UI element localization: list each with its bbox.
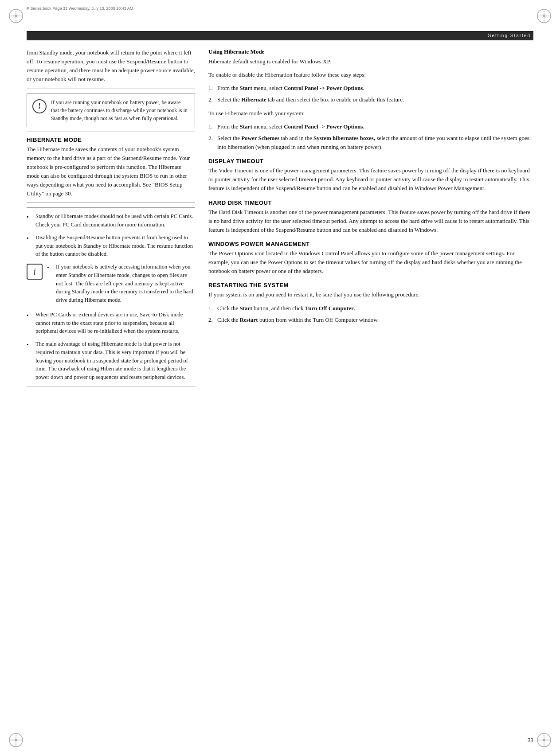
hard-disk-timeout-body: The Hard Disk Timeout is another one of … xyxy=(208,208,533,234)
divider-1 xyxy=(27,89,195,89)
bullet-sym-2: ▪ xyxy=(27,234,33,242)
bullet-content-1: Standby or Hibernate modes should not be… xyxy=(35,212,195,229)
warning-notice-text: If you are running your notebook on batt… xyxy=(51,98,189,122)
windows-power-body: The Power Options icon located in the Wi… xyxy=(208,249,533,276)
enable-step-2-num: 2. xyxy=(208,95,215,104)
content-area: Getting Started from Standby mode, your … xyxy=(27,31,533,725)
info-box: i ▪ If your notebook is actively accessi… xyxy=(27,263,195,308)
using-hibernate-enable-intro: To enable or disable the Hibernation fea… xyxy=(208,70,533,79)
restart-step-2-num: 2. xyxy=(208,316,215,324)
bullet-box: ▪ Standby or Hibernate modes should not … xyxy=(27,207,195,386)
restart-step-2: 2. Click the Restart button from within … xyxy=(208,316,533,324)
bullet-content-3: If your notebook is actively accessing i… xyxy=(56,263,195,304)
file-label: P Series.book Page 33 Wednesday, July 13… xyxy=(27,6,133,11)
bullet-item-4: ▪ When PC Cards or external devices are … xyxy=(27,311,195,335)
bullet-sym-1: ▪ xyxy=(27,213,33,221)
bullet-content-5: The main advantage of using Hibernate mo… xyxy=(35,340,195,382)
windows-power-title: WINDOWS POWER MANAGEMENT xyxy=(208,241,533,247)
enable-step-2: 2. Select the Hibernate tab and then sel… xyxy=(208,95,533,104)
right-column: Using Hibernate Mode Hibernate default s… xyxy=(208,48,533,725)
bullet-sym-4: ▪ xyxy=(27,311,33,319)
warning-icon: ! xyxy=(32,99,47,113)
two-column-layout: from Standby mode, your notebook will re… xyxy=(27,48,533,725)
corner-decoration-bl xyxy=(8,732,24,748)
hard-disk-timeout-title: HARD DISK TIMEOUT xyxy=(208,199,533,206)
enable-step-2-text: Select the Hibernate tab and then select… xyxy=(217,95,533,104)
enable-step-1-text: From the Start menu, select Control Pane… xyxy=(217,84,533,93)
svg-point-15 xyxy=(543,739,545,741)
getting-started-header: Getting Started xyxy=(27,31,533,40)
bullet-content-4: When PC Cards or external devices are in… xyxy=(35,311,195,335)
hibernate-mode-title: HIBERNATE MODE xyxy=(27,136,195,143)
svg-point-11 xyxy=(15,739,17,741)
restarting-steps-list: 1. Click the Start button, and then clic… xyxy=(208,304,533,324)
restart-step-1-text: Click the Start button, and then click T… xyxy=(217,304,533,313)
bullet-item-3: ▪ If your notebook is actively accessing… xyxy=(47,263,195,304)
info-icon: i xyxy=(27,264,43,280)
page-number: 33 xyxy=(528,737,533,744)
bullet-item-2: ▪ Disabling the Suspend/Resume button pr… xyxy=(27,234,195,258)
display-timeout-title: DISPLAY TIMEOUT xyxy=(208,158,533,164)
use-step-1: 1. From the Start menu, select Control P… xyxy=(208,122,533,131)
svg-point-7 xyxy=(543,15,545,17)
bullet-sym-5: ▪ xyxy=(27,340,33,348)
using-hibernate-use-intro: To use Hibernate mode with your system: xyxy=(208,109,533,118)
svg-point-3 xyxy=(15,15,17,17)
bullet-item-1: ▪ Standby or Hibernate modes should not … xyxy=(27,212,195,229)
enable-step-1-num: 1. xyxy=(208,84,215,93)
page: P Series.book Page 33 Wednesday, July 13… xyxy=(0,0,560,756)
use-step-1-num: 1. xyxy=(208,122,215,131)
using-hibernate-intro: Hibernate default setting is enabled for… xyxy=(208,57,533,66)
restart-step-2-text: Click the Restart button from within the… xyxy=(217,316,533,324)
divider-3 xyxy=(27,203,195,203)
display-timeout-body: The Video Timeout is one of the power ma… xyxy=(208,166,533,193)
bullet-item-5: ▪ The main advantage of using Hibernate … xyxy=(27,340,195,382)
restart-step-1: 1. Click the Start button, and then clic… xyxy=(208,304,533,313)
use-step-2: 2. Select the Power Schemes tab and in t… xyxy=(208,134,533,152)
using-hibernate-title: Using Hibernate Mode xyxy=(208,48,533,55)
use-step-2-text: Select the Power Schemes tab and in the … xyxy=(217,134,533,152)
enable-step-1: 1. From the Start menu, select Control P… xyxy=(208,84,533,93)
info-box-content: ▪ If your notebook is actively accessing… xyxy=(47,263,195,308)
left-column: from Standby mode, your notebook will re… xyxy=(27,48,195,725)
restarting-intro: If your system is on and you need to res… xyxy=(208,290,533,299)
use-step-2-num: 2. xyxy=(208,134,215,143)
restart-step-1-num: 1. xyxy=(208,304,215,313)
corner-decoration-tr xyxy=(536,8,552,24)
warning-notice-box: ! If you are running your notebook on ba… xyxy=(27,94,195,127)
corner-decoration-tl xyxy=(8,8,24,24)
use-step-1-text: From the Start menu, select Control Pane… xyxy=(217,122,533,131)
hibernate-mode-body: The Hibernate mode saves the contents of… xyxy=(27,145,195,199)
bullet-content-2: Disabling the Suspend/Resume button prev… xyxy=(35,234,195,258)
divider-2 xyxy=(27,132,195,132)
enable-steps-list: 1. From the Start menu, select Control P… xyxy=(208,84,533,104)
bullet-sym-3: ▪ xyxy=(47,263,53,271)
intro-paragraph: from Standby mode, your notebook will re… xyxy=(27,48,195,84)
restarting-title: RESTARTING THE SYSTEM xyxy=(208,282,533,288)
use-steps-list: 1. From the Start menu, select Control P… xyxy=(208,122,533,152)
corner-decoration-br xyxy=(536,732,552,748)
